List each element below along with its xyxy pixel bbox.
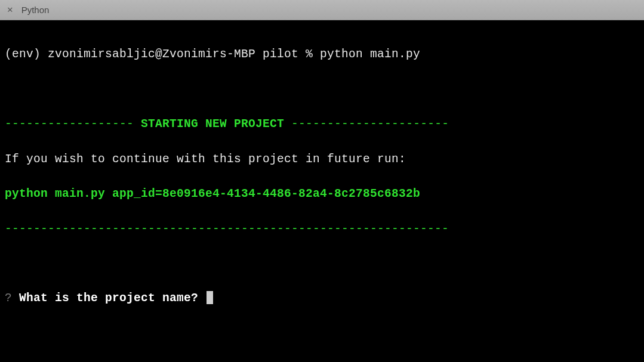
- terminal-body[interactable]: (env) zvonimirsabljic@Zvonimirs-MBP pilo…: [0, 20, 644, 333]
- window-titlebar: ✕ Python: [0, 0, 644, 20]
- continue-command: python main.py app_id=8e0916e4-4134-4486…: [5, 185, 639, 203]
- banner-dashes-right: ----------------------: [284, 117, 449, 131]
- blank-line: [5, 255, 639, 273]
- banner-title: STARTING NEW PROJECT: [141, 117, 284, 131]
- close-icon[interactable]: ✕: [7, 5, 13, 15]
- question-text: What is the project name?: [12, 292, 205, 305]
- divider-line: ----------------------------------------…: [5, 221, 639, 238]
- continue-message: If you wish to continue with this projec…: [5, 151, 639, 168]
- blank-line: [5, 81, 639, 98]
- banner-dashes-left: ------------------: [5, 117, 141, 131]
- shell-prompt-line: (env) zvonimirsabljic@Zvonimirs-MBP pilo…: [5, 46, 639, 63]
- banner-line: ------------------ STARTING NEW PROJECT …: [5, 116, 639, 133]
- prompt-question-line: ? What is the project name?: [5, 290, 639, 307]
- question-mark-icon: ?: [5, 292, 12, 305]
- text-cursor: [207, 291, 213, 304]
- window-title: Python: [21, 5, 50, 15]
